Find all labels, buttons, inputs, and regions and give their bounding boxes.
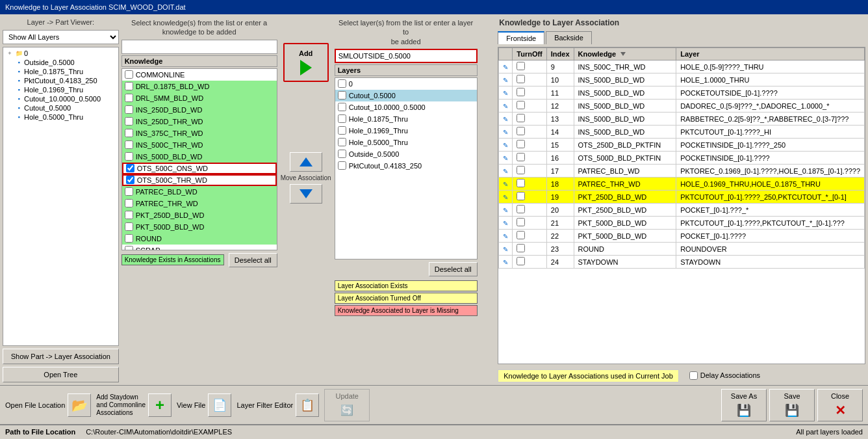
- table-row[interactable]: ✎ 20 PKT_250D_BLD_WD POCKET_[0-1].???_*: [499, 204, 865, 217]
- knowledge-item-patrec-thr[interactable]: PATREC_THR_WD: [122, 198, 277, 209]
- table-row[interactable]: ✎ 19 PKT_250D_BLD_WD PKTCUTOUT_[0-1].???…: [499, 191, 865, 204]
- knowledge-item-ins500d[interactable]: INS_500D_BLD_WD: [122, 151, 277, 163]
- delay-associations-check[interactable]: [689, 371, 698, 380]
- layer-item-cutout10[interactable]: Cutout_10.0000_0.5000: [335, 101, 477, 113]
- knowledge-item-commonline[interactable]: COMMONLINE: [122, 69, 277, 81]
- turnoff-check[interactable]: [517, 114, 525, 122]
- tree-item-hole2[interactable]: ▪ Hole_0.1969_Thru: [5, 85, 117, 94]
- view-file-btn[interactable]: View File 📄: [177, 393, 231, 417]
- layer-item-cutout05[interactable]: Cutout_0.5000: [335, 90, 477, 101]
- path-label: Path to File Location: [5, 428, 75, 436]
- turnoff-check[interactable]: [517, 166, 525, 174]
- tree-item-label: Hole_0.1875_Thru: [24, 68, 83, 75]
- turnoff-check[interactable]: [517, 179, 525, 187]
- layers-input[interactable]: [335, 49, 478, 63]
- col-knowledge-header[interactable]: Knowledge: [574, 48, 676, 60]
- update-btn[interactable]: Update 🔄: [324, 389, 370, 421]
- move-up-btn[interactable]: [290, 152, 322, 172]
- table-row[interactable]: ✎ 10 INS_500D_BLD_WD HOLE_1.0000_THRU: [499, 73, 865, 86]
- tree-item-outside[interactable]: ▪ Outside_0.5000: [5, 58, 117, 67]
- turnoff-check[interactable]: [517, 75, 525, 83]
- knowledge-item-drl2[interactable]: DRL_5MM_BLD_WD: [122, 92, 277, 104]
- knowledge-item-ins250b[interactable]: INS_250D_BLD_WD: [122, 104, 277, 116]
- deselect-knowledge-btn[interactable]: Deselect all: [229, 253, 277, 267]
- turnoff-check[interactable]: [517, 62, 525, 70]
- turnoff-check[interactable]: [517, 192, 525, 200]
- turnoff-check[interactable]: [517, 140, 525, 148]
- layer-item-hole1969[interactable]: Hole_0.1969_Thru: [335, 125, 477, 137]
- table-row[interactable]: ✎ 17 PATREC_BLD_WD PKTOREC_0.1969_[0-1].…: [499, 165, 865, 178]
- tree-item-pkt[interactable]: ▪ PktCutout_0.4183_250: [5, 76, 117, 85]
- knowledge-item-ins375[interactable]: INS_375C_THR_WD: [122, 127, 277, 139]
- layer-item-outside[interactable]: Outside_0.5000: [335, 148, 477, 160]
- show-part-layer-btn[interactable]: Show Part -> Layer Association: [3, 349, 119, 364]
- turnoff-check[interactable]: [517, 101, 525, 109]
- tree-view: + 📁 0 ▪ Outside_0.5000 ▪ Hole_0.1875_Thr…: [3, 47, 119, 346]
- turnoff-check[interactable]: [517, 88, 525, 96]
- layer-item-0[interactable]: 0: [335, 78, 477, 90]
- knowledge-item-patrec-bld[interactable]: PATREC_BLD_WD: [122, 186, 277, 198]
- layer-icon: ▪: [15, 86, 23, 94]
- tab-backside[interactable]: Backside: [546, 31, 592, 44]
- knowledge-item-scrap[interactable]: SCRAP: [122, 245, 277, 250]
- table-row[interactable]: ✎ 23 ROUND ROUNDOVER: [499, 243, 865, 256]
- turnoff-check[interactable]: [517, 218, 525, 226]
- open-tree-btn[interactable]: Open Tree: [3, 367, 119, 382]
- add-btn[interactable]: Add: [283, 43, 329, 82]
- knowledge-panel-header: Select knowledge(s) from the list or ent…: [121, 17, 277, 38]
- add-staydown-label: Add Staydownand CommonlineAssociations: [96, 393, 146, 417]
- layer-item-pktcutout[interactable]: PktCutout_0.4183_250: [335, 160, 477, 172]
- knowledge-item-pkt250d[interactable]: PKT_250D_BLD_WD: [122, 209, 277, 221]
- tab-frontside[interactable]: Frontside: [498, 31, 544, 44]
- save-btn[interactable]: Save 💾: [769, 389, 815, 421]
- table-row[interactable]: ✎ 11 INS_500D_BLD_WD POCKETOUTSIDE_[0-1]…: [499, 86, 865, 100]
- table-row[interactable]: ✎ 13 INS_500D_BLD_WD RABBETREC_0.2[5-9]?…: [499, 113, 865, 126]
- tree-item-cutout[interactable]: ▪ Cutout_10.0000_0.5000: [5, 94, 117, 103]
- close-btn[interactable]: Close ✕: [817, 389, 863, 421]
- knowledge-item-ins250t[interactable]: INS_250D_THR_WD: [122, 116, 277, 127]
- table-row[interactable]: ✎ 15 OTS_250D_BLD_PKTFIN POCKETINSIDE_[0…: [499, 139, 865, 152]
- show-all-layers-select[interactable]: Show All Layers: [3, 30, 119, 44]
- layer-item-hole05[interactable]: Hole_0.5000_Thru: [335, 137, 477, 148]
- tree-item-label: Outside_0.5000: [24, 59, 75, 66]
- turnoff-check[interactable]: [517, 257, 525, 265]
- turnoff-check[interactable]: [517, 244, 525, 252]
- turnoff-check[interactable]: [517, 231, 525, 239]
- table-row[interactable]: ✎ 12 INS_500D_BLD_WD DADOREC_0.[5-9]???_…: [499, 100, 865, 113]
- table-row[interactable]: ✎ 18 PATREC_THR_WD HOLE_0.1969_THRU,HOLE…: [499, 178, 865, 191]
- knowledge-item-ots500c-ons[interactable]: OTS_500C_ONS_WD: [122, 163, 277, 174]
- table-row[interactable]: ✎ 24 STAYDOWN STAYDOWN: [499, 256, 865, 269]
- knowledge-item-pkt500d[interactable]: PKT_500D_BLD_WD: [122, 221, 277, 233]
- save-as-btn[interactable]: Save As 💾: [721, 389, 767, 421]
- tree-item-cutout2[interactable]: ▪ Cutout_0.5000: [5, 103, 117, 113]
- right-panel: Knowledge to Layer Association Frontside…: [498, 17, 865, 382]
- layer-item-hole1875[interactable]: Hole_0.1875_Thru: [335, 113, 477, 125]
- knowledge-item-ots500c-thr[interactable]: OTS_500C_THR_WD: [122, 174, 277, 186]
- tree-item-hole3[interactable]: ▪ Hole_0.5000_Thru: [5, 113, 117, 122]
- turnoff-check[interactable]: [517, 205, 525, 213]
- turnoff-check[interactable]: [517, 153, 525, 161]
- add-staydown-btn[interactable]: Add Staydownand CommonlineAssociations +: [96, 393, 172, 417]
- table-row[interactable]: ✎ 22 PKT_500D_BLD_WD POCKET_[0-1].????: [499, 230, 865, 243]
- knowledge-item-round[interactable]: ROUND: [122, 233, 277, 245]
- move-down-btn[interactable]: [290, 184, 322, 204]
- table-row[interactable]: ✎ 16 OTS_500D_BLD_PKTFIN POCKETINSIDE_[0…: [499, 152, 865, 165]
- turnoff-check[interactable]: [517, 127, 525, 135]
- knowledge-input[interactable]: [121, 40, 277, 54]
- edit-cell[interactable]: ✎: [499, 60, 513, 73]
- layers-panel: Select layer(s) from the list or enter a…: [335, 17, 478, 316]
- table-row[interactable]: ✎ 9 INS_500C_THR_WD HOLE_0.[5-9]????_THR…: [499, 60, 865, 73]
- knowledge-item-drl1[interactable]: DRL_0.1875_BLD_WD: [122, 81, 277, 92]
- delay-associations-container: Delay Associations: [689, 371, 760, 380]
- assoc-table-container[interactable]: TurnOff Index Knowledge Layer ✎ 9 INS_50…: [498, 47, 865, 364]
- open-file-location-btn[interactable]: Open File Location 📂: [5, 393, 91, 417]
- plus-icon: +: [148, 393, 172, 417]
- knowledge-item-ins500c[interactable]: INS_500C_THR_WD: [122, 139, 277, 151]
- col-edit-header: [499, 48, 513, 60]
- layer-filter-btn[interactable]: Layer Filter Editor 📋: [236, 393, 319, 417]
- deselect-layers-btn[interactable]: Deselect all: [429, 262, 478, 276]
- table-row[interactable]: ✎ 14 INS_500D_BLD_WD PKTCUTOUT_[0-1].???…: [499, 126, 865, 139]
- tree-item-0[interactable]: + 📁 0: [5, 49, 117, 58]
- table-row[interactable]: ✎ 21 PKT_500D_BLD_WD PKTCUTOUT_[0-1].???…: [499, 217, 865, 230]
- tree-item-hole[interactable]: ▪ Hole_0.1875_Thru: [5, 67, 117, 76]
